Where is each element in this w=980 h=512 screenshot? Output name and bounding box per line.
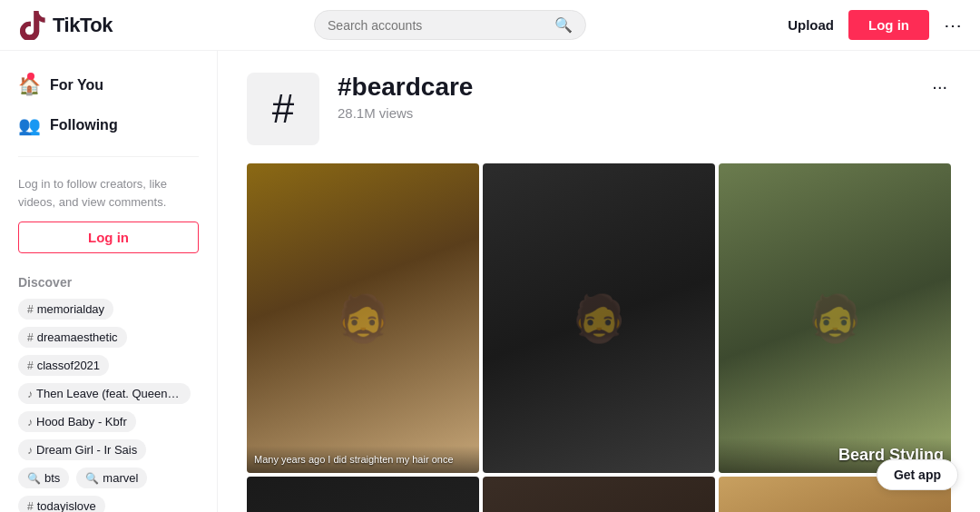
more-options-icon[interactable]: ⋯ <box>944 15 962 36</box>
main-layout: 🏠 For You 👥 Following Log in to follow c… <box>0 51 980 512</box>
tiktok-logo-icon <box>18 11 47 40</box>
tag-chip-marvel[interactable]: 🔍 marvel <box>76 468 147 488</box>
sidebar-divider <box>18 156 199 157</box>
search-icon: 🔍 <box>554 16 573 34</box>
tag-label: todayislove <box>37 499 96 512</box>
tag-chip-classof2021[interactable]: # classof2021 <box>18 355 109 376</box>
sidebar-item-following[interactable]: 👥 Following <box>0 105 217 145</box>
get-app-button[interactable]: Get app <box>877 459 958 490</box>
tag-label: bts <box>44 471 60 485</box>
discover-tags-row-4: ♪ Hood Baby - Kbfr ♪ Dream Girl - Ir Sai… <box>18 411 199 460</box>
sidebar-item-for-you[interactable]: 🏠 For You <box>0 65 217 105</box>
notification-dot <box>27 73 34 80</box>
video-thumbnail-3: 🧔 <box>719 163 951 473</box>
tag-icon-box: # <box>247 73 319 145</box>
video-card-5[interactable]: 🧔 I recorded my beard progress over 2 mo… <box>483 477 715 512</box>
sidebar-login-button[interactable]: Log in <box>18 222 199 253</box>
music-icon: ♪ <box>27 388 33 400</box>
sidebar-for-you-label: For You <box>50 77 103 94</box>
video-thumbnail-2: 🧔 <box>483 163 715 473</box>
video-overlay-1: Many years ago I did straighten my hair … <box>247 446 479 473</box>
tag-views: 28.1M views <box>338 105 910 121</box>
logo-area[interactable]: TikTok <box>18 11 113 40</box>
hash-icon: # <box>27 359 34 372</box>
video-thumbnail-5: 🧔 <box>483 477 715 512</box>
header-right: Upload Log in ⋯ <box>788 10 962 40</box>
search-icon: 🔍 <box>85 472 99 485</box>
discover-tags-row-2: # classof2021 <box>18 355 199 376</box>
tag-chip-hood-baby[interactable]: ♪ Hood Baby - Kbfr <box>18 411 136 432</box>
app-header: TikTok 🔍 Upload Log in ⋯ <box>0 0 980 51</box>
sidebar-login-prompt: Log in to follow creators, like videos, … <box>0 168 217 222</box>
sidebar: 🏠 For You 👥 Following Log in to follow c… <box>0 51 218 512</box>
video-card-4[interactable]: 🧔 BEARD SHAVE <box>247 477 479 512</box>
login-button[interactable]: Log in <box>848 10 929 40</box>
hash-icon: # <box>27 303 34 316</box>
music-icon: ♪ <box>27 416 33 428</box>
discover-tags-row-1: # memorialday # dreamaesthetic <box>18 299 199 348</box>
tag-chip-memorialday[interactable]: # memorialday <box>18 299 113 320</box>
discover-section: Discover # memorialday # dreamaesthetic … <box>0 268 217 512</box>
video-caption-1: Many years ago I did straighten my hair … <box>254 453 472 466</box>
video-thumbnail-4: 🧔 <box>247 477 479 512</box>
video-grid: 🧔 Many years ago I did straighten my hai… <box>247 163 951 512</box>
hash-icon: # <box>27 331 34 344</box>
tag-label: Dream Girl - Ir Sais <box>36 443 137 457</box>
hashtag-symbol: # <box>272 86 294 132</box>
tag-label: classof2021 <box>37 359 100 372</box>
tag-label: Then Leave (feat. Queendom Come) - BeatK… <box>36 387 181 400</box>
video-card-3[interactable]: 🧔 Beard Styling <box>719 163 951 473</box>
tag-label: Hood Baby - Kbfr <box>36 415 127 428</box>
logo-text: TikTok <box>53 14 113 37</box>
tag-chip-bts[interactable]: 🔍 bts <box>18 468 69 488</box>
tag-info: #beardcare 28.1M views <box>338 73 910 121</box>
tag-chip-dreamaesthetic[interactable]: # dreamaesthetic <box>18 327 127 348</box>
tag-name: #beardcare <box>338 73 910 102</box>
tag-label: memorialday <box>37 302 104 316</box>
search-input[interactable] <box>328 18 549 33</box>
upload-button[interactable]: Upload <box>788 17 834 33</box>
tag-label: marvel <box>103 471 138 485</box>
search-icon: 🔍 <box>27 472 41 485</box>
discover-tags-row-3: ♪ Then Leave (feat. Queendom Come) - Bea… <box>18 383 199 404</box>
sidebar-following-label: Following <box>50 117 118 133</box>
tag-label: dreamaesthetic <box>37 330 118 344</box>
video-card-2[interactable]: 🧔 <box>483 163 715 473</box>
main-content: # #beardcare 28.1M views ··· 🧔 Many year… <box>218 51 980 512</box>
tag-chip-song1[interactable]: ♪ Then Leave (feat. Queendom Come) - Bea… <box>18 383 191 404</box>
video-card-1[interactable]: 🧔 Many years ago I did straighten my hai… <box>247 163 479 473</box>
following-icon: 👥 <box>18 114 41 136</box>
tag-header: # #beardcare 28.1M views ··· <box>247 73 951 145</box>
hash-icon: # <box>27 500 34 513</box>
discover-title: Discover <box>18 275 199 290</box>
tag-chip-dream-girl[interactable]: ♪ Dream Girl - Ir Sais <box>18 439 146 460</box>
tag-more-button[interactable]: ··· <box>928 73 951 101</box>
video-thumbnail-1: 🧔 <box>247 163 479 473</box>
search-bar[interactable]: 🔍 <box>314 10 586 40</box>
tag-chip-todayislove[interactable]: # todayislove <box>18 496 105 512</box>
music-icon: ♪ <box>27 444 33 457</box>
discover-tags-row-5: 🔍 bts 🔍 marvel # todayislove <box>18 468 199 512</box>
